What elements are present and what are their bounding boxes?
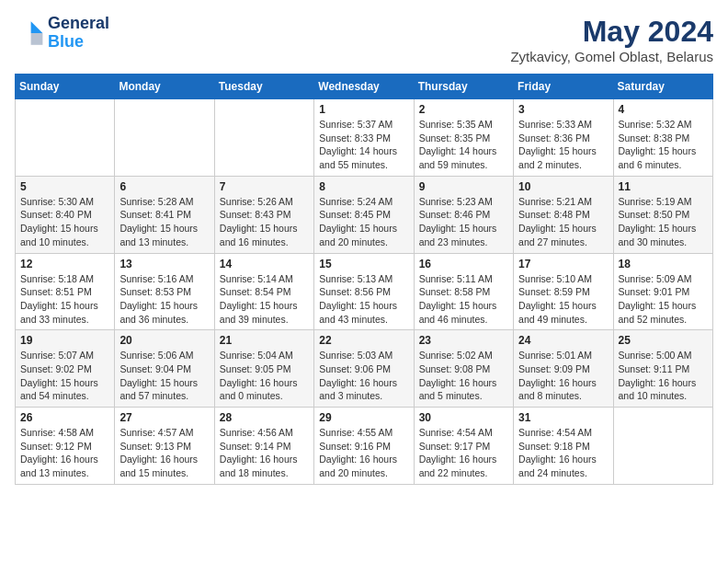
calendar-week-row: 1Sunrise: 5:37 AM Sunset: 8:33 PM Daylig… bbox=[16, 99, 713, 177]
svg-marker-0 bbox=[31, 21, 43, 33]
weekday-header-friday: Friday bbox=[514, 75, 613, 99]
calendar-cell bbox=[613, 408, 712, 485]
calendar-cell: 23Sunrise: 5:02 AM Sunset: 9:08 PM Dayli… bbox=[414, 330, 513, 408]
day-number: 21 bbox=[220, 334, 309, 347]
day-number: 29 bbox=[319, 411, 408, 424]
day-number: 6 bbox=[119, 180, 209, 193]
title-block: May 2024 Zytkavicy, Gomel Oblast, Belaru… bbox=[510, 15, 713, 64]
calendar-cell: 22Sunrise: 5:03 AM Sunset: 9:06 PM Dayli… bbox=[314, 330, 414, 408]
day-number: 8 bbox=[319, 180, 408, 193]
calendar-cell: 24Sunrise: 5:01 AM Sunset: 9:09 PM Dayli… bbox=[514, 330, 613, 408]
day-info: Sunrise: 5:00 AM Sunset: 9:11 PM Dayligh… bbox=[619, 349, 708, 403]
calendar-cell: 25Sunrise: 5:00 AM Sunset: 9:11 PM Dayli… bbox=[613, 330, 712, 408]
day-number: 27 bbox=[119, 411, 209, 424]
calendar-cell: 10Sunrise: 5:21 AM Sunset: 8:48 PM Dayli… bbox=[514, 176, 613, 253]
calendar-cell: 16Sunrise: 5:11 AM Sunset: 8:58 PM Dayli… bbox=[414, 253, 513, 330]
day-info: Sunrise: 5:32 AM Sunset: 8:38 PM Dayligh… bbox=[619, 118, 708, 172]
day-info: Sunrise: 4:55 AM Sunset: 9:16 PM Dayligh… bbox=[319, 426, 408, 480]
day-number: 22 bbox=[319, 334, 408, 347]
day-info: Sunrise: 5:03 AM Sunset: 9:06 PM Dayligh… bbox=[319, 349, 408, 403]
calendar-cell: 30Sunrise: 4:54 AM Sunset: 9:17 PM Dayli… bbox=[414, 408, 513, 485]
day-info: Sunrise: 5:01 AM Sunset: 9:09 PM Dayligh… bbox=[518, 349, 608, 403]
logo-text: General Blue bbox=[48, 15, 109, 52]
day-info: Sunrise: 5:14 AM Sunset: 8:54 PM Dayligh… bbox=[220, 272, 309, 327]
day-number: 23 bbox=[419, 334, 508, 347]
calendar-cell: 18Sunrise: 5:09 AM Sunset: 9:01 PM Dayli… bbox=[613, 253, 712, 330]
weekday-header-tuesday: Tuesday bbox=[214, 75, 313, 99]
calendar-cell: 14Sunrise: 5:14 AM Sunset: 8:54 PM Dayli… bbox=[214, 253, 313, 330]
calendar-cell: 4Sunrise: 5:32 AM Sunset: 8:38 PM Daylig… bbox=[613, 99, 712, 177]
calendar-week-row: 5Sunrise: 5:30 AM Sunset: 8:40 PM Daylig… bbox=[16, 176, 713, 253]
calendar-cell: 15Sunrise: 5:13 AM Sunset: 8:56 PM Dayli… bbox=[314, 253, 414, 330]
day-info: Sunrise: 5:13 AM Sunset: 8:56 PM Dayligh… bbox=[319, 272, 408, 327]
calendar-cell: 26Sunrise: 4:58 AM Sunset: 9:12 PM Dayli… bbox=[16, 408, 115, 485]
weekday-header-wednesday: Wednesday bbox=[314, 75, 414, 99]
calendar-cell: 8Sunrise: 5:24 AM Sunset: 8:45 PM Daylig… bbox=[314, 176, 414, 253]
logo: General Blue bbox=[15, 15, 109, 52]
day-info: Sunrise: 5:07 AM Sunset: 9:02 PM Dayligh… bbox=[20, 349, 109, 403]
day-number: 11 bbox=[619, 180, 708, 193]
calendar-cell: 6Sunrise: 5:28 AM Sunset: 8:41 PM Daylig… bbox=[115, 176, 214, 253]
calendar-cell: 31Sunrise: 4:54 AM Sunset: 9:18 PM Dayli… bbox=[514, 408, 613, 485]
day-number: 1 bbox=[319, 103, 408, 116]
calendar-cell: 20Sunrise: 5:06 AM Sunset: 9:04 PM Dayli… bbox=[115, 330, 214, 408]
day-info: Sunrise: 5:23 AM Sunset: 8:46 PM Dayligh… bbox=[419, 195, 508, 249]
day-info: Sunrise: 5:37 AM Sunset: 8:33 PM Dayligh… bbox=[319, 118, 408, 172]
calendar-cell: 29Sunrise: 4:55 AM Sunset: 9:16 PM Dayli… bbox=[314, 408, 414, 485]
day-info: Sunrise: 5:33 AM Sunset: 8:36 PM Dayligh… bbox=[518, 118, 608, 172]
calendar-cell: 7Sunrise: 5:26 AM Sunset: 8:43 PM Daylig… bbox=[214, 176, 313, 253]
day-number: 13 bbox=[119, 258, 209, 270]
weekday-header-thursday: Thursday bbox=[414, 75, 513, 99]
location-title: Zytkavicy, Gomel Oblast, Belarus bbox=[510, 49, 713, 64]
calendar-cell bbox=[115, 99, 214, 177]
day-info: Sunrise: 5:24 AM Sunset: 8:45 PM Dayligh… bbox=[319, 195, 408, 249]
day-info: Sunrise: 5:09 AM Sunset: 9:01 PM Dayligh… bbox=[619, 272, 708, 327]
calendar-header-row: SundayMondayTuesdayWednesdayThursdayFrid… bbox=[16, 75, 713, 99]
day-number: 4 bbox=[619, 103, 708, 116]
calendar-cell: 21Sunrise: 5:04 AM Sunset: 9:05 PM Dayli… bbox=[214, 330, 313, 408]
day-number: 15 bbox=[319, 258, 408, 270]
day-info: Sunrise: 4:54 AM Sunset: 9:17 PM Dayligh… bbox=[419, 426, 508, 480]
day-info: Sunrise: 4:54 AM Sunset: 9:18 PM Dayligh… bbox=[518, 426, 608, 480]
day-number: 3 bbox=[518, 103, 608, 116]
day-info: Sunrise: 5:30 AM Sunset: 8:40 PM Dayligh… bbox=[20, 195, 109, 249]
calendar-cell: 13Sunrise: 5:16 AM Sunset: 8:53 PM Dayli… bbox=[115, 253, 214, 330]
page-header: General Blue May 2024 Zytkavicy, Gomel O… bbox=[15, 15, 713, 64]
day-info: Sunrise: 4:57 AM Sunset: 9:13 PM Dayligh… bbox=[119, 426, 209, 480]
svg-marker-1 bbox=[31, 33, 43, 45]
day-number: 31 bbox=[518, 411, 608, 424]
day-number: 26 bbox=[20, 411, 109, 424]
day-info: Sunrise: 5:11 AM Sunset: 8:58 PM Dayligh… bbox=[419, 272, 508, 327]
calendar-cell: 3Sunrise: 5:33 AM Sunset: 8:36 PM Daylig… bbox=[514, 99, 613, 177]
calendar-cell: 9Sunrise: 5:23 AM Sunset: 8:46 PM Daylig… bbox=[414, 176, 513, 253]
day-number: 14 bbox=[220, 258, 309, 270]
weekday-header-saturday: Saturday bbox=[613, 75, 712, 99]
calendar-week-row: 26Sunrise: 4:58 AM Sunset: 9:12 PM Dayli… bbox=[16, 408, 713, 485]
calendar-cell bbox=[16, 99, 115, 177]
calendar-cell: 2Sunrise: 5:35 AM Sunset: 8:35 PM Daylig… bbox=[414, 99, 513, 177]
day-info: Sunrise: 5:35 AM Sunset: 8:35 PM Dayligh… bbox=[419, 118, 508, 172]
logo-icon bbox=[15, 18, 44, 48]
day-info: Sunrise: 5:16 AM Sunset: 8:53 PM Dayligh… bbox=[119, 272, 209, 327]
day-info: Sunrise: 5:02 AM Sunset: 9:08 PM Dayligh… bbox=[419, 349, 508, 403]
day-info: Sunrise: 5:18 AM Sunset: 8:51 PM Dayligh… bbox=[20, 272, 109, 327]
calendar-cell: 28Sunrise: 4:56 AM Sunset: 9:14 PM Dayli… bbox=[214, 408, 313, 485]
day-info: Sunrise: 5:10 AM Sunset: 8:59 PM Dayligh… bbox=[518, 272, 608, 327]
day-number: 10 bbox=[518, 180, 608, 193]
calendar-table: SundayMondayTuesdayWednesdayThursdayFrid… bbox=[15, 74, 713, 485]
day-number: 18 bbox=[619, 258, 708, 270]
month-title: May 2024 bbox=[510, 15, 713, 49]
calendar-cell: 17Sunrise: 5:10 AM Sunset: 8:59 PM Dayli… bbox=[514, 253, 613, 330]
day-number: 17 bbox=[518, 258, 608, 270]
calendar-week-row: 12Sunrise: 5:18 AM Sunset: 8:51 PM Dayli… bbox=[16, 253, 713, 330]
weekday-header-monday: Monday bbox=[115, 75, 214, 99]
day-info: Sunrise: 5:21 AM Sunset: 8:48 PM Dayligh… bbox=[518, 195, 608, 249]
calendar-cell: 5Sunrise: 5:30 AM Sunset: 8:40 PM Daylig… bbox=[16, 176, 115, 253]
day-number: 5 bbox=[20, 180, 109, 193]
day-number: 12 bbox=[20, 258, 109, 270]
calendar-cell: 27Sunrise: 4:57 AM Sunset: 9:13 PM Dayli… bbox=[115, 408, 214, 485]
calendar-cell: 19Sunrise: 5:07 AM Sunset: 9:02 PM Dayli… bbox=[16, 330, 115, 408]
day-number: 16 bbox=[419, 258, 508, 270]
day-number: 7 bbox=[220, 180, 309, 193]
day-info: Sunrise: 5:04 AM Sunset: 9:05 PM Dayligh… bbox=[220, 349, 309, 403]
